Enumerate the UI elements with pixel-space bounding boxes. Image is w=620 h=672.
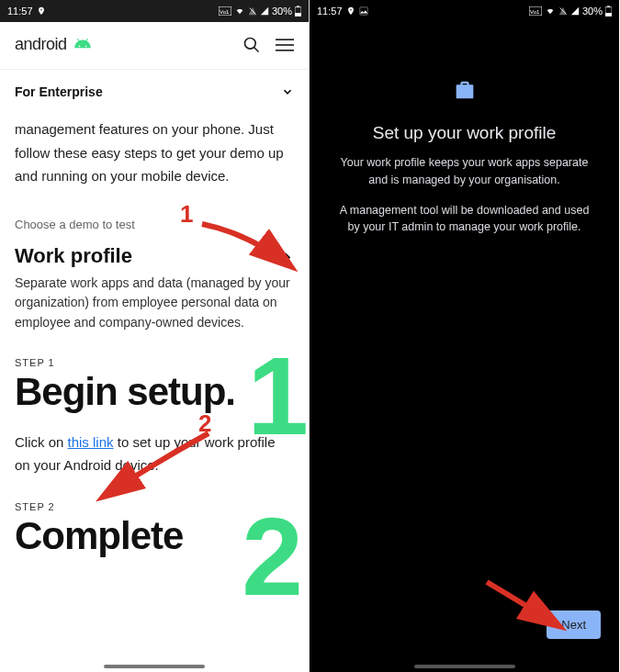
- briefcase-icon: [452, 77, 478, 103]
- android-logo-icon: [73, 39, 93, 51]
- nav-pill[interactable]: [414, 665, 515, 668]
- svg-point-5: [78, 45, 80, 47]
- svg-rect-12: [359, 7, 366, 15]
- volte-icon: Vo1: [219, 6, 231, 16]
- accordion-title: Work profile: [15, 244, 132, 268]
- svg-line-8: [254, 47, 259, 51]
- search-icon[interactable]: [242, 36, 261, 54]
- setup-subtitle-1: Your work profile keeps your work apps s…: [335, 154, 593, 189]
- svg-rect-3: [295, 13, 301, 17]
- wifi-icon: [234, 6, 245, 16]
- signal-off-icon: [558, 6, 568, 16]
- location-icon: [346, 6, 355, 16]
- svg-rect-11: [276, 50, 294, 51]
- status-bar: 11:57 Vo1 30%: [0, 0, 309, 22]
- signal-off-icon: [248, 6, 257, 16]
- location-icon: [37, 6, 46, 16]
- setup-title: Set up your work profile: [328, 123, 601, 143]
- chevron-down-icon: [281, 85, 294, 98]
- menu-icon[interactable]: [276, 36, 294, 54]
- svg-text:Vo1: Vo1: [530, 9, 540, 15]
- svg-rect-9: [276, 39, 294, 40]
- enterprise-dropdown[interactable]: For Enterprise: [0, 70, 309, 114]
- svg-point-6: [85, 45, 86, 47]
- svg-rect-17: [607, 6, 610, 6]
- battery-icon: [295, 6, 301, 17]
- svg-rect-16: [605, 13, 612, 17]
- nav-pill[interactable]: [104, 665, 205, 668]
- image-icon: [359, 6, 368, 16]
- setup-subtitle-2: A management tool will be downloaded and…: [335, 202, 593, 237]
- chevron-up-icon: [277, 248, 294, 264]
- svg-rect-4: [297, 6, 299, 6]
- wifi-icon: [545, 6, 556, 16]
- step2-decorative-number: 2: [242, 501, 303, 611]
- signal-icon: [260, 6, 269, 16]
- next-button[interactable]: Next: [547, 610, 601, 639]
- enterprise-label: For Enterprise: [15, 84, 103, 99]
- intro-paragraph: management features on your phone. Just …: [0, 114, 309, 196]
- svg-point-7: [245, 38, 256, 49]
- svg-rect-10: [276, 44, 294, 46]
- screen-android-demo: 11:57 Vo1 30% android For Enterprise man…: [0, 0, 310, 672]
- battery-text: 30%: [272, 6, 292, 17]
- screen-setup-work-profile: 11:57 Vo1 30% Set up your work profile Y…: [310, 0, 619, 672]
- work-profile-accordion[interactable]: Work profile: [0, 237, 309, 274]
- brand-text: android: [15, 35, 67, 54]
- appbar: android: [0, 22, 309, 63]
- step1-text-prefix: Click on: [15, 434, 68, 450]
- signal-icon: [570, 6, 580, 16]
- accordion-description: Separate work apps and data (managed by …: [0, 274, 309, 341]
- volte-icon: Vo1: [529, 6, 542, 16]
- status-bar: 11:57 Vo1 30%: [310, 0, 619, 22]
- status-time: 11:57: [317, 6, 343, 17]
- battery-icon: [605, 6, 612, 17]
- battery-text: 30%: [582, 6, 603, 17]
- choose-demo-label: Choose a demo to test: [0, 196, 309, 237]
- svg-text:Vo1: Vo1: [220, 9, 230, 15]
- status-time: 11:57: [7, 6, 33, 17]
- step1-decorative-number: 1: [247, 341, 309, 451]
- this-link[interactable]: this link: [68, 434, 114, 450]
